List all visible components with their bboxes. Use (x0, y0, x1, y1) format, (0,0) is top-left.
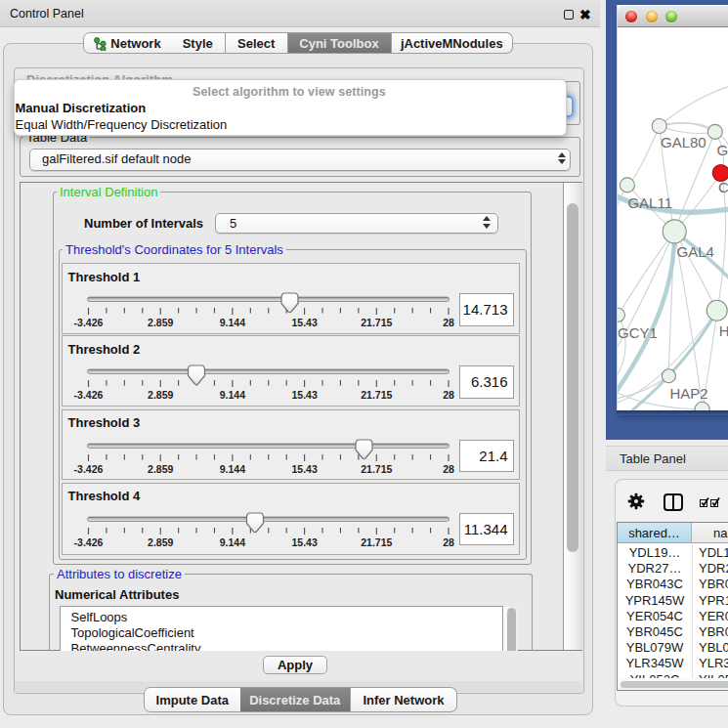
svg-text:28: 28 (443, 462, 454, 474)
svg-text:GAL4: GAL4 (677, 243, 714, 260)
svg-text:21.715: 21.715 (361, 317, 392, 328)
svg-text:15.43: 15.43 (291, 317, 317, 328)
svg-text:GAL7: GAL7 (717, 142, 728, 158)
svg-text:GAL80: GAL80 (661, 134, 707, 150)
svg-text:GCY1: GCY1 (618, 324, 658, 341)
svg-text:21.715: 21.715 (361, 535, 392, 547)
svg-text:28: 28 (443, 535, 454, 547)
svg-text:-3.426: -3.426 (73, 462, 103, 474)
svg-text:9.144: 9.144 (219, 535, 244, 547)
svg-text:-3.426: -3.426 (73, 317, 103, 328)
svg-text:15.43: 15.43 (291, 462, 317, 474)
svg-text:21.715: 21.715 (361, 462, 392, 474)
svg-text:28: 28 (443, 389, 454, 401)
svg-text:9.144: 9.144 (219, 462, 244, 474)
svg-text:2.859: 2.859 (148, 317, 173, 328)
svg-text:21.715: 21.715 (361, 389, 392, 401)
svg-text:15.43: 15.43 (291, 535, 317, 547)
svg-text:CDC: CDC (718, 179, 728, 195)
svg-text:GAL11: GAL11 (627, 194, 672, 211)
svg-text:HAP2: HAP2 (719, 322, 728, 339)
svg-text:15.43: 15.43 (291, 389, 317, 401)
svg-text:HAP2: HAP2 (669, 385, 707, 402)
svg-text:-3.426: -3.426 (73, 389, 103, 401)
svg-text:9.144: 9.144 (219, 389, 244, 401)
svg-text:2.859: 2.859 (148, 462, 173, 474)
svg-text:2.859: 2.859 (148, 535, 173, 547)
svg-text:-3.426: -3.426 (73, 535, 103, 547)
svg-text:28: 28 (443, 317, 454, 328)
svg-text:9.144: 9.144 (219, 317, 244, 328)
svg-text:2.859: 2.859 (148, 389, 173, 401)
